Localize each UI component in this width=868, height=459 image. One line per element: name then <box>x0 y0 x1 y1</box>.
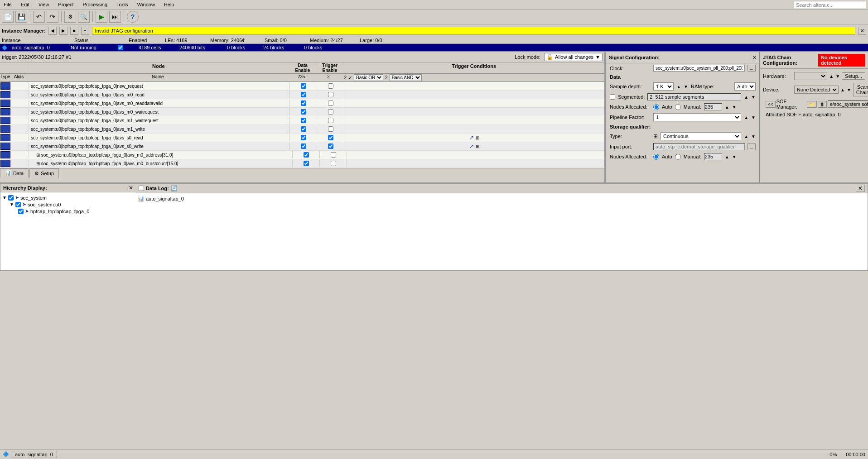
tree-item-soc-system-u0[interactable]: ▼ ➤ soc_system:u0 <box>2 201 134 208</box>
de-checkbox-1[interactable] <box>301 83 306 89</box>
de-checkbox-2[interactable] <box>301 92 306 97</box>
de-checkbox-9[interactable] <box>304 152 309 158</box>
spinner-down[interactable]: ▼ <box>684 84 688 89</box>
de-checkbox-3[interactable] <box>301 100 306 106</box>
te-checkbox-8[interactable] <box>328 143 333 149</box>
instance-enabled-checkbox[interactable] <box>111 45 130 50</box>
instance-fwd-btn[interactable]: ▶ <box>59 27 68 35</box>
input-port-input[interactable] <box>653 143 745 150</box>
device-spin-up[interactable]: ▲ <box>840 87 845 92</box>
menu-view[interactable]: View <box>37 1 51 8</box>
redo-button[interactable]: ↷ <box>47 11 58 23</box>
tab-setup[interactable]: ⚙ Setup <box>29 168 59 178</box>
data-log-close-btn[interactable]: ✕ <box>856 185 865 192</box>
help-button[interactable]: ? <box>127 11 139 23</box>
menu-help[interactable]: Help <box>162 1 176 8</box>
table-row[interactable]: ⊞ soc_system:u0|bpfcap_top:bpfcap_fpga_0… <box>0 159 604 168</box>
te-checkbox-1[interactable] <box>328 83 333 89</box>
data-log-checkbox[interactable] <box>139 186 144 191</box>
menu-project[interactable]: Project <box>56 1 75 8</box>
storage-type-spin-down[interactable]: ▼ <box>751 134 756 139</box>
tc-op-select[interactable]: Basic OR <box>354 74 383 81</box>
tree-check-2[interactable] <box>18 209 24 214</box>
menu-window[interactable]: Window <box>135 1 157 8</box>
menu-file[interactable]: File <box>2 1 14 8</box>
segmented-checkbox[interactable] <box>610 94 615 100</box>
te-checkbox-4[interactable] <box>328 109 333 115</box>
ram-type-select[interactable]: Auto <box>734 82 756 91</box>
table-row[interactable]: soc_system:u0|bpfcap_top:bpfcap_fpga_0|n… <box>0 82 604 91</box>
clock-browse-btn[interactable]: ... <box>747 65 756 72</box>
spinner-up[interactable]: ▲ <box>676 84 681 89</box>
table-row[interactable]: soc_system:u0|bpfcap_top:bpfcap_fpga_0|a… <box>0 134 604 142</box>
clock-input[interactable] <box>653 65 745 72</box>
pipeline-factor-select[interactable]: 1 <box>653 113 741 121</box>
nodes-manual-radio[interactable] <box>675 104 681 110</box>
tree-item-bpfcap[interactable]: ➤ bpfcap_top:bpfcap_fpga_0 <box>2 208 134 215</box>
instance-stop-btn[interactable]: ■ <box>70 27 78 35</box>
nodes-spin-down2[interactable]: ▼ <box>732 154 737 159</box>
compile-button[interactable]: ⚙ <box>64 11 76 23</box>
input-port-browse[interactable]: ... <box>747 143 756 150</box>
storage-type-spin-up[interactable]: ▲ <box>744 134 748 139</box>
te-checkbox-9[interactable] <box>331 152 336 158</box>
nodes-auto-radio[interactable] <box>653 104 659 110</box>
sof-program-btn[interactable]: 📁 <box>807 101 817 108</box>
nodes-auto-radio2[interactable] <box>653 154 659 160</box>
sof-path-input[interactable] <box>828 100 868 108</box>
run-button[interactable]: ▶ <box>96 11 107 23</box>
seg-spinner-down[interactable]: ▼ <box>751 95 756 100</box>
data-log-refresh-btn[interactable]: 🔄 <box>171 185 178 191</box>
menu-edit[interactable]: Edit <box>19 1 31 8</box>
error-close-btn[interactable]: ✕ <box>858 27 866 35</box>
setup-button[interactable]: Setup... <box>842 72 865 80</box>
instance-back-btn[interactable]: ◀ <box>48 27 57 35</box>
te-checkbox-7[interactable] <box>328 135 333 140</box>
table-row[interactable]: soc_system:u0|bpfcap_top:bpfcap_fpga_0|a… <box>0 99 604 108</box>
table-row[interactable]: soc_system:u0|bpfcap_top:bpfcap_fpga_0|a… <box>0 108 604 116</box>
search-button[interactable]: 🔍 <box>78 11 90 23</box>
sample-depth-select[interactable]: 1 K <box>653 82 674 91</box>
te-checkbox-10[interactable] <box>331 161 336 166</box>
nodes-spin-up[interactable]: ▲ <box>725 105 729 110</box>
tab-data[interactable]: 📊 Data <box>0 168 29 178</box>
pipeline-spin-down[interactable]: ▼ <box>751 115 756 120</box>
sof-delete-btn[interactable]: 🗑 <box>818 101 827 108</box>
te-checkbox-6[interactable] <box>328 126 333 132</box>
tree-expand-0[interactable]: ▼ <box>2 195 7 200</box>
nodes-spin-down[interactable]: ▼ <box>732 105 737 110</box>
de-checkbox-7[interactable] <box>301 135 306 140</box>
instance-data-row[interactable]: 🔷 auto_signaltap_0 Not running 4189 cell… <box>0 44 868 51</box>
tree-expand-1[interactable]: ▼ <box>10 202 14 207</box>
te-checkbox-2[interactable] <box>328 92 333 97</box>
nodes-spin-up2[interactable]: ▲ <box>725 154 729 159</box>
nodes-value-input[interactable] <box>704 103 722 110</box>
seg-spinner-up[interactable]: ▲ <box>744 95 748 100</box>
segmented-value[interactable] <box>647 93 741 100</box>
device-spin-down[interactable]: ▼ <box>847 87 851 92</box>
new-button[interactable]: 📄 <box>2 11 14 23</box>
hardware-spin-up[interactable]: ▲ <box>829 74 834 79</box>
table-row[interactable]: soc_system:u0|bpfcap_top:bpfcap_fpga_0|a… <box>0 125 604 134</box>
de-checkbox-10[interactable] <box>304 161 309 166</box>
table-row[interactable]: soc_system:u0|bpfcap_top:bpfcap_fpga_0|a… <box>0 116 604 125</box>
table-row[interactable]: soc_system:u0|bpfcap_top:bpfcap_fpga_0|a… <box>0 91 604 99</box>
instance-add-btn[interactable]: + <box>81 27 89 35</box>
status-tab-btn[interactable]: auto_signaltap_0 <box>11 451 57 458</box>
de-checkbox-8[interactable] <box>301 143 306 149</box>
table-row[interactable]: ⊞ soc_system:u0|bpfcap_top:bpfcap_fpga_0… <box>0 151 604 159</box>
nodes-manual-radio2[interactable] <box>675 154 681 160</box>
menu-tools[interactable]: Tools <box>115 1 130 8</box>
signal-config-close[interactable]: × <box>753 54 757 61</box>
pipeline-spin-up[interactable]: ▲ <box>744 115 748 120</box>
menu-processing[interactable]: Processing <box>81 1 109 8</box>
table-row[interactable]: soc_system:u0|bpfcap_top:bpfcap_fpga_0|a… <box>0 142 604 151</box>
data-log-item-0[interactable]: 📊 auto_signaltap_0 <box>138 195 866 202</box>
tree-item-soc-system[interactable]: ▼ ➤ soc_system <box>2 194 134 201</box>
lock-mode-dropdown[interactable]: 🔓 Allow all changes ▼ <box>544 53 603 61</box>
undo-button[interactable]: ↶ <box>33 11 45 23</box>
hardware-spin-down[interactable]: ▼ <box>835 74 840 79</box>
tree-check-1[interactable] <box>15 202 21 207</box>
nodes-value-input2[interactable] <box>704 153 722 160</box>
de-checkbox-5[interactable] <box>301 118 306 123</box>
